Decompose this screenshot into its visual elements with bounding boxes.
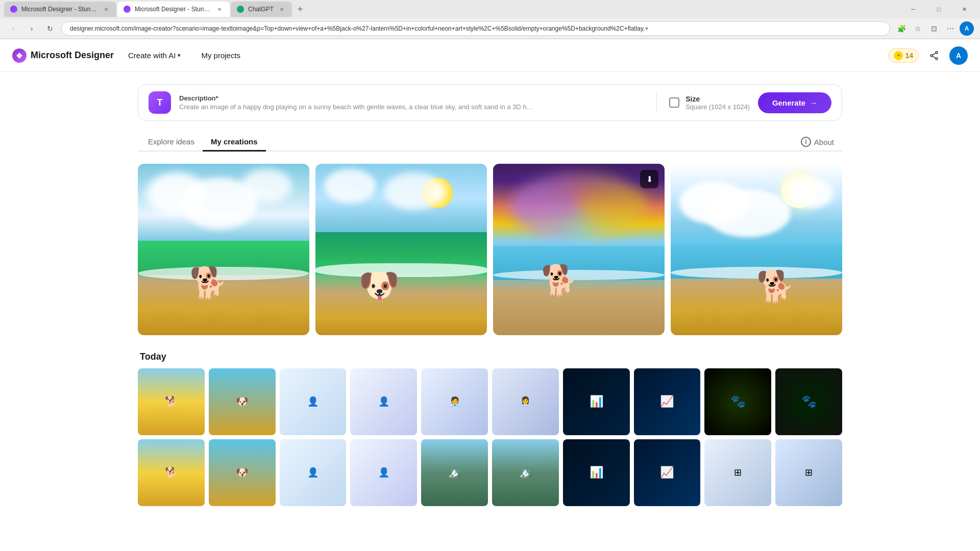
maximize-button[interactable]: □	[927, 0, 950, 18]
bottom-item-7[interactable]: 📊	[563, 439, 630, 506]
bottom-row: 🐕 🐶 👤 👤 🏔️ 🏔️ 📊 📈 ⊞ ⊞	[138, 439, 842, 506]
tab-favicon-1	[10, 6, 17, 13]
create-with-ai-nav[interactable]: Create with AI ▾	[122, 48, 187, 63]
today-item-6[interactable]: 👩‍💼	[492, 368, 559, 435]
size-section: Size Square (1024 x 1024)	[669, 95, 750, 111]
user-avatar[interactable]: A	[949, 46, 968, 65]
about-button[interactable]: i About	[795, 134, 840, 150]
favorites-icon[interactable]: ☆	[911, 21, 925, 36]
size-info: Size Square (1024 x 1024)	[685, 95, 750, 111]
bottom-thumb-5: 🏔️	[448, 466, 461, 479]
browser-tab-1[interactable]: Microsoft Designer - Stunning ✕	[4, 2, 116, 17]
toolbar-icons: 🧩 ☆ ⊡ ⋯ A	[894, 21, 974, 36]
tab-close-3[interactable]: ✕	[278, 5, 286, 13]
desc-text: Create an image of a happy dog playing o…	[179, 103, 536, 111]
today-item-5[interactable]: 🧑‍💼	[421, 368, 488, 435]
today-item-8[interactable]: 📈	[634, 368, 701, 435]
size-divider	[656, 92, 657, 113]
today-item-10[interactable]: 🐾	[775, 368, 842, 435]
tab-explore-ideas[interactable]: Explore ideas	[140, 133, 203, 152]
address-bar: ‹ › ↻ 🧩 ☆ ⊡ ⋯ A	[0, 18, 980, 39]
bottom-item-4[interactable]: 👤	[350, 439, 417, 506]
tab-close-1[interactable]: ✕	[103, 5, 110, 13]
today-section-title: Today	[140, 352, 840, 362]
bottom-item-1[interactable]: 🐕	[138, 439, 205, 506]
collections-icon[interactable]: ⊡	[927, 21, 941, 36]
share-button[interactable]	[925, 46, 943, 65]
today-thumb-dog2: 🐶	[236, 395, 249, 408]
bottom-item-2[interactable]: 🐶	[209, 439, 276, 506]
browser-chrome: Microsoft Designer - Stunning ✕ Microsof…	[0, 0, 980, 39]
ms-designer-logo-icon	[12, 48, 27, 63]
bottom-thumb-10: ⊞	[805, 467, 813, 478]
refresh-button[interactable]: ↻	[43, 21, 57, 36]
window-controls: ─ □ ✕	[901, 0, 976, 18]
bottom-item-3[interactable]: 👤	[280, 439, 347, 506]
bottom-thumb-3: 👤	[307, 467, 318, 478]
tab-bar: Microsoft Designer - Stunning ✕ Microsof…	[0, 0, 980, 18]
desc-icon-letter: T	[157, 97, 163, 108]
gallery-item-3[interactable]: 🐕 ⬇	[493, 164, 665, 335]
bottom-item-5[interactable]: 🏔️	[421, 439, 488, 506]
create-dropdown-chevron-icon: ▾	[178, 52, 181, 59]
download-icon-3: ⬇	[646, 174, 653, 184]
info-icon: i	[801, 137, 811, 147]
svg-line-3	[933, 53, 936, 55]
tab-title-3: ChatGPT	[248, 6, 274, 13]
coins-count: 14	[905, 52, 913, 60]
tab-my-creations[interactable]: My creations	[203, 133, 266, 152]
desc-label: Description*	[179, 94, 644, 102]
minimize-button[interactable]: ─	[901, 0, 925, 18]
logo-area: Microsoft Designer	[12, 48, 114, 63]
today-item-1[interactable]: 🐕	[138, 368, 205, 435]
size-value: Square (1024 x 1024)	[685, 103, 750, 111]
back-button[interactable]: ‹	[6, 21, 20, 36]
extensions-icon[interactable]: 🧩	[894, 21, 909, 36]
create-with-ai-label: Create with AI	[128, 51, 176, 60]
generate-label: Generate	[772, 98, 805, 107]
tab-title-1: Microsoft Designer - Stunning	[21, 6, 99, 13]
tab-favicon-2	[124, 6, 131, 13]
tab-close-2[interactable]: ✕	[216, 5, 224, 13]
my-projects-nav[interactable]: My projects	[195, 48, 247, 63]
svg-line-4	[933, 56, 936, 58]
today-thumb-office4: 👩‍💼	[520, 396, 531, 407]
tabs-row: Explore ideas My creations i About	[138, 133, 842, 152]
settings-icon[interactable]: ⋯	[943, 21, 958, 36]
bottom-item-6[interactable]: 🏔️	[492, 439, 559, 506]
browser-tab-3[interactable]: ChatGPT ✕	[231, 2, 292, 17]
description-bar: T Description* Create an image of a happ…	[138, 84, 842, 121]
today-item-2[interactable]: 🐶	[209, 368, 276, 435]
desc-icon: T	[149, 91, 171, 114]
gallery-item-2[interactable]: 🐶	[315, 164, 487, 335]
today-item-9[interactable]: 🐾	[704, 368, 771, 435]
today-item-7[interactable]: 📊	[563, 368, 630, 435]
today-item-3[interactable]: 👤	[280, 368, 347, 435]
profile-avatar[interactable]: A	[960, 21, 974, 36]
new-tab-button[interactable]: +	[293, 2, 307, 16]
bottom-thumb-7: 📊	[590, 466, 603, 479]
close-window-button[interactable]: ✕	[952, 0, 976, 18]
gallery-item-1[interactable]: 🐕	[138, 164, 309, 335]
bottom-thumb-4: 👤	[378, 467, 389, 478]
bottom-item-10[interactable]: ⊞	[775, 439, 842, 506]
today-thumb-logo2: 🐾	[801, 394, 817, 409]
svg-point-1	[930, 55, 933, 57]
desc-content: Description* Create an image of a happy …	[179, 94, 644, 111]
bottom-thumb-1: 🐕	[165, 466, 178, 479]
url-input[interactable]	[61, 21, 890, 36]
today-item-4[interactable]: 👤	[350, 368, 417, 435]
bottom-thumb-8: 📈	[660, 466, 674, 479]
generate-button[interactable]: Generate →	[758, 92, 831, 113]
bottom-item-9[interactable]: ⊞	[704, 439, 771, 506]
gallery-item-4[interactable]: 🐕	[671, 164, 842, 335]
bottom-thumb-6: 🏔️	[519, 466, 532, 479]
size-checkbox[interactable]	[669, 97, 679, 108]
bottom-item-8[interactable]: 📈	[634, 439, 701, 506]
browser-tab-2[interactable]: Microsoft Designer - Stunning ✕	[117, 2, 230, 17]
forward-button[interactable]: ›	[24, 21, 39, 36]
download-button-3[interactable]: ⬇	[640, 170, 658, 188]
coin-icon: ✦	[894, 51, 903, 60]
today-thumb-logo1: 🐾	[730, 394, 746, 409]
today-grid: 🐕 🐶 👤 👤 🧑‍💼 👩‍💼 📊 📈 🐾 🐾	[138, 368, 842, 435]
